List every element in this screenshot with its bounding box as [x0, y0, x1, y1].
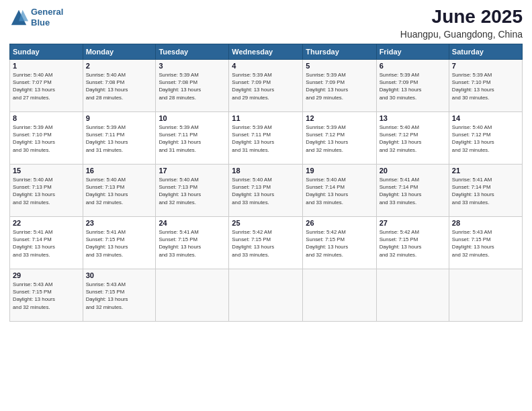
day-info: Sunrise: 5:41 AM Sunset: 7:14 PM Dayligh…: [452, 176, 519, 206]
calendar-cell: 9 Sunrise: 5:39 AM Sunset: 7:11 PM Dayli…: [83, 111, 156, 164]
day-info: Sunrise: 5:39 AM Sunset: 7:10 PM Dayligh…: [452, 71, 519, 101]
day-number: 18: [232, 167, 300, 175]
weekday-row: Sunday Monday Tuesday Wednesday Thursday…: [10, 44, 523, 59]
day-number: 2: [86, 62, 153, 70]
day-info: Sunrise: 5:42 AM Sunset: 7:15 PM Dayligh…: [232, 228, 300, 259]
calendar-cell: 1 Sunrise: 5:40 AM Sunset: 7:07 PM Dayli…: [10, 59, 83, 111]
day-number: 28: [452, 219, 519, 227]
day-info: Sunrise: 5:39 AM Sunset: 7:08 PM Dayligh…: [159, 71, 226, 101]
day-info: Sunrise: 5:40 AM Sunset: 7:13 PM Dayligh…: [232, 176, 300, 206]
day-info: Sunrise: 5:39 AM Sunset: 7:09 PM Dayligh…: [380, 71, 446, 101]
calendar-cell: 20 Sunrise: 5:41 AM Sunset: 7:14 PM Dayl…: [376, 164, 449, 216]
day-number: 27: [380, 219, 446, 227]
day-number: 1: [13, 62, 80, 70]
week-row-5: 29 Sunrise: 5:43 AM Sunset: 7:15 PM Dayl…: [10, 269, 523, 321]
calendar-cell: 19 Sunrise: 5:40 AM Sunset: 7:14 PM Dayl…: [303, 164, 376, 216]
calendar-header: Sunday Monday Tuesday Wednesday Thursday…: [10, 44, 523, 59]
day-number: 17: [159, 167, 226, 175]
calendar-cell: 6 Sunrise: 5:39 AM Sunset: 7:09 PM Dayli…: [376, 59, 449, 111]
day-number: 12: [306, 114, 373, 122]
day-info: Sunrise: 5:42 AM Sunset: 7:15 PM Dayligh…: [306, 228, 373, 259]
calendar-cell: 14 Sunrise: 5:40 AM Sunset: 7:12 PM Dayl…: [449, 111, 522, 164]
calendar-cell: [303, 269, 376, 321]
weekday-thursday: Thursday: [303, 44, 376, 59]
day-number: 10: [159, 114, 226, 122]
calendar-cell: 8 Sunrise: 5:39 AM Sunset: 7:10 PM Dayli…: [10, 111, 83, 164]
day-info: Sunrise: 5:40 AM Sunset: 7:12 PM Dayligh…: [380, 124, 446, 154]
week-row-1: 1 Sunrise: 5:40 AM Sunset: 7:07 PM Dayli…: [10, 59, 523, 111]
header: General Blue June 2025 Huangpu, Guangdon…: [9, 7, 523, 40]
weekday-monday: Monday: [83, 44, 156, 59]
day-info: Sunrise: 5:41 AM Sunset: 7:15 PM Dayligh…: [86, 228, 153, 259]
day-info: Sunrise: 5:41 AM Sunset: 7:14 PM Dayligh…: [13, 228, 80, 259]
day-number: 15: [13, 167, 80, 175]
calendar-cell: 11 Sunrise: 5:39 AM Sunset: 7:11 PM Dayl…: [229, 111, 303, 164]
day-number: 16: [86, 167, 153, 175]
day-number: 22: [13, 219, 80, 227]
day-info: Sunrise: 5:40 AM Sunset: 7:12 PM Dayligh…: [452, 124, 519, 154]
day-info: Sunrise: 5:39 AM Sunset: 7:11 PM Dayligh…: [232, 124, 300, 154]
week-row-3: 15 Sunrise: 5:40 AM Sunset: 7:13 PM Dayl…: [10, 164, 523, 216]
day-info: Sunrise: 5:39 AM Sunset: 7:11 PM Dayligh…: [86, 124, 153, 154]
day-number: 4: [232, 62, 300, 70]
calendar-cell: [229, 269, 303, 321]
calendar-cell: 15 Sunrise: 5:40 AM Sunset: 7:13 PM Dayl…: [10, 164, 83, 216]
day-number: 11: [232, 114, 300, 122]
weekday-saturday: Saturday: [449, 44, 522, 59]
calendar-cell: 7 Sunrise: 5:39 AM Sunset: 7:10 PM Dayli…: [449, 59, 522, 111]
day-number: 19: [306, 167, 373, 175]
weekday-friday: Friday: [376, 44, 449, 59]
day-number: 3: [159, 62, 226, 70]
calendar-cell: 23 Sunrise: 5:41 AM Sunset: 7:15 PM Dayl…: [83, 216, 156, 269]
calendar-cell: 29 Sunrise: 5:43 AM Sunset: 7:15 PM Dayl…: [10, 269, 83, 321]
calendar-cell: [376, 269, 449, 321]
day-info: Sunrise: 5:40 AM Sunset: 7:08 PM Dayligh…: [86, 71, 153, 101]
logo: General Blue: [9, 7, 63, 28]
day-number: 14: [452, 114, 519, 122]
day-info: Sunrise: 5:39 AM Sunset: 7:09 PM Dayligh…: [306, 71, 373, 101]
calendar-cell: 16 Sunrise: 5:40 AM Sunset: 7:13 PM Dayl…: [83, 164, 156, 216]
calendar-cell: 30 Sunrise: 5:43 AM Sunset: 7:15 PM Dayl…: [83, 269, 156, 321]
day-number: 6: [380, 62, 446, 70]
day-info: Sunrise: 5:39 AM Sunset: 7:12 PM Dayligh…: [306, 124, 373, 154]
day-number: 29: [13, 271, 80, 279]
calendar-cell: 26 Sunrise: 5:42 AM Sunset: 7:15 PM Dayl…: [303, 216, 376, 269]
day-info: Sunrise: 5:39 AM Sunset: 7:09 PM Dayligh…: [232, 71, 300, 101]
calendar-cell: 4 Sunrise: 5:39 AM Sunset: 7:09 PM Dayli…: [229, 59, 303, 111]
calendar-cell: 25 Sunrise: 5:42 AM Sunset: 7:15 PM Dayl…: [229, 216, 303, 269]
weekday-tuesday: Tuesday: [156, 44, 229, 59]
calendar-cell: 22 Sunrise: 5:41 AM Sunset: 7:14 PM Dayl…: [10, 216, 83, 269]
day-info: Sunrise: 5:40 AM Sunset: 7:13 PM Dayligh…: [13, 176, 80, 206]
weekday-wednesday: Wednesday: [229, 44, 303, 59]
calendar-cell: 10 Sunrise: 5:39 AM Sunset: 7:11 PM Dayl…: [156, 111, 229, 164]
day-number: 26: [306, 219, 373, 227]
logo-icon: [9, 8, 28, 27]
calendar-cell: [156, 269, 229, 321]
calendar-cell: 3 Sunrise: 5:39 AM Sunset: 7:08 PM Dayli…: [156, 59, 229, 111]
day-number: 8: [13, 114, 80, 122]
calendar-table: Sunday Monday Tuesday Wednesday Thursday…: [9, 44, 523, 322]
calendar-body: 1 Sunrise: 5:40 AM Sunset: 7:07 PM Dayli…: [10, 59, 523, 321]
week-row-4: 22 Sunrise: 5:41 AM Sunset: 7:14 PM Dayl…: [10, 216, 523, 269]
calendar-cell: 5 Sunrise: 5:39 AM Sunset: 7:09 PM Dayli…: [303, 59, 376, 111]
calendar-cell: 2 Sunrise: 5:40 AM Sunset: 7:08 PM Dayli…: [83, 59, 156, 111]
calendar-cell: 17 Sunrise: 5:40 AM Sunset: 7:13 PM Dayl…: [156, 164, 229, 216]
day-info: Sunrise: 5:39 AM Sunset: 7:11 PM Dayligh…: [159, 124, 226, 154]
day-info: Sunrise: 5:40 AM Sunset: 7:13 PM Dayligh…: [159, 176, 226, 206]
calendar-cell: 18 Sunrise: 5:40 AM Sunset: 7:13 PM Dayl…: [229, 164, 303, 216]
day-number: 21: [452, 167, 519, 175]
day-number: 25: [232, 219, 300, 227]
day-number: 20: [380, 167, 446, 175]
day-info: Sunrise: 5:43 AM Sunset: 7:15 PM Dayligh…: [452, 228, 519, 259]
calendar-cell: 12 Sunrise: 5:39 AM Sunset: 7:12 PM Dayl…: [303, 111, 376, 164]
calendar-cell: 13 Sunrise: 5:40 AM Sunset: 7:12 PM Dayl…: [376, 111, 449, 164]
day-number: 13: [380, 114, 446, 122]
calendar-cell: 27 Sunrise: 5:42 AM Sunset: 7:15 PM Dayl…: [376, 216, 449, 269]
weekday-sunday: Sunday: [10, 44, 83, 59]
day-number: 30: [86, 271, 153, 279]
day-info: Sunrise: 5:43 AM Sunset: 7:15 PM Dayligh…: [13, 281, 80, 311]
day-info: Sunrise: 5:41 AM Sunset: 7:14 PM Dayligh…: [380, 176, 446, 206]
logo-line2: Blue: [31, 17, 50, 28]
day-info: Sunrise: 5:39 AM Sunset: 7:10 PM Dayligh…: [13, 124, 80, 154]
calendar-cell: [449, 269, 522, 321]
